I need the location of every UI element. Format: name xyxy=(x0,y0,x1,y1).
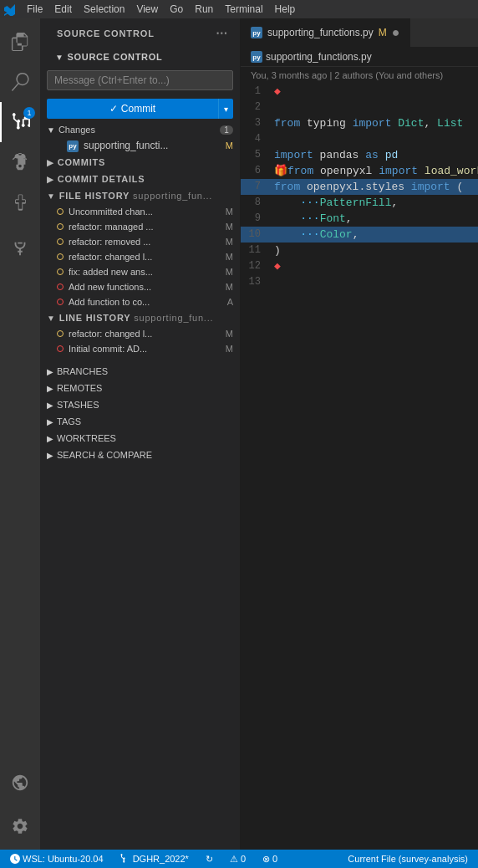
commit-dot-icon xyxy=(57,345,64,352)
commit-button[interactable]: ✓ Commit xyxy=(47,99,218,119)
commit-author: M xyxy=(226,344,233,354)
activity-debug[interactable] xyxy=(0,142,40,182)
file-history-chevron-icon: ▼ xyxy=(47,191,56,201)
line-content: ) xyxy=(274,243,478,258)
line-history-items-list: refactor: changed l... M Initial commit:… xyxy=(40,326,240,356)
menu-run[interactable]: Run xyxy=(190,0,218,18)
tab-file-icon: py xyxy=(251,27,262,38)
file-status: M xyxy=(226,140,233,151)
remotes-section[interactable]: ▶ REMOTES xyxy=(40,380,240,396)
commit-message-input[interactable] xyxy=(47,70,233,90)
commit-author: M xyxy=(226,222,233,232)
commit-dropdown-button[interactable]: ▾ xyxy=(218,99,233,119)
menu-edit[interactable]: Edit xyxy=(49,0,77,18)
commits-label: COMMITS xyxy=(58,157,105,167)
history-items-list: Uncommitted chan... M refactor: managed … xyxy=(40,204,240,309)
history-item[interactable]: fix: added new ans... M xyxy=(40,264,240,279)
changes-section[interactable]: ▼ Changes 1 xyxy=(40,122,240,137)
commit-message: fix: added new ans... xyxy=(69,267,222,277)
history-item[interactable]: refactor: removed ... M xyxy=(40,234,240,249)
file-name: supporting_functi... xyxy=(84,140,222,151)
line-number: 12 xyxy=(241,258,274,274)
line-history-filename: supporting_fun... xyxy=(134,313,213,323)
line-history-item[interactable]: Initial commit: AD... M xyxy=(40,341,240,356)
activity-bar: 1 xyxy=(0,18,40,850)
commit-details-label: COMMIT DETAILS xyxy=(58,174,145,184)
menu-go[interactable]: Go xyxy=(165,0,188,18)
history-item[interactable]: refactor: changed l... M xyxy=(40,249,240,264)
worktrees-section[interactable]: ▶ WORKTREES xyxy=(40,430,240,447)
commit-details-section[interactable]: ▶ COMMIT DETAILS xyxy=(40,171,240,187)
line-content: ···PatternFill, xyxy=(274,195,478,211)
line-number: 1 xyxy=(241,84,274,100)
checkmark-icon: ✓ xyxy=(109,103,118,115)
line-history-section[interactable]: ▼ LINE HISTORY supporting_fun... xyxy=(40,309,240,326)
worktrees-caret-icon: ▶ xyxy=(47,434,53,443)
line-number: 9 xyxy=(241,211,274,227)
commit-message: Initial commit: AD... xyxy=(69,344,222,354)
code-editor[interactable]: 1◆ 2 3from typing import Dict, List4 5im… xyxy=(241,84,478,850)
commits-section[interactable]: ▶ COMMITS xyxy=(40,154,240,171)
history-item[interactable]: Add new functions... M xyxy=(40,279,240,294)
sc-chevron-icon: ▼ xyxy=(55,53,64,62)
history-item[interactable]: Add function to co... A xyxy=(40,294,240,309)
activity-source-control[interactable]: 1 xyxy=(0,102,40,142)
activity-search[interactable] xyxy=(0,62,40,102)
git-decoration-icon: ◆ xyxy=(274,260,281,273)
history-item[interactable]: Uncommitted chan... M xyxy=(40,204,240,219)
branch-indicator[interactable]: DGHR_2022* xyxy=(117,850,192,868)
commit-author: M xyxy=(226,267,233,277)
line-content: ···Color, xyxy=(274,227,478,243)
menu-view[interactable]: View xyxy=(131,0,163,18)
stashes-caret-icon: ▶ xyxy=(47,401,53,410)
line-history-label: LINE HISTORY xyxy=(59,313,131,323)
menu-file[interactable]: File xyxy=(22,0,48,18)
warning-icon: ⚠ xyxy=(230,854,238,865)
line-content: import pandas as pd xyxy=(274,147,478,163)
sc-label: SOURCE CONTROL xyxy=(68,52,163,62)
tags-caret-icon: ▶ xyxy=(47,417,53,426)
history-item[interactable]: refactor: managed ... M xyxy=(40,219,240,234)
line-content xyxy=(274,131,478,147)
editor-tab[interactable]: py supporting_functions.py M ● xyxy=(241,18,410,47)
changes-chevron-icon: ▼ xyxy=(47,125,55,135)
line-content: from typing import Dict, List xyxy=(274,115,478,131)
current-file-indicator[interactable]: Current File (survey-analysis) xyxy=(344,850,471,868)
line-content: ···Font, xyxy=(274,211,478,227)
commit-dot-icon xyxy=(57,253,64,260)
menu-terminal[interactable]: Terminal xyxy=(220,0,267,18)
menu-selection[interactable]: Selection xyxy=(79,0,130,18)
bottom-sections: ▶ BRANCHES ▶ REMOTES ▶ STASHES ▶ TAGS ▶ xyxy=(40,363,240,463)
code-line: 11) xyxy=(241,243,478,258)
branches-section[interactable]: ▶ BRANCHES xyxy=(40,363,240,380)
activity-test[interactable] xyxy=(0,229,40,269)
activity-settings[interactable] xyxy=(0,806,40,846)
wsl-indicator[interactable]: WSL: Ubuntu-20.04 xyxy=(7,850,107,868)
remote-indicator-icon xyxy=(10,854,20,864)
line-number: 10 xyxy=(241,227,274,243)
tags-section[interactable]: ▶ TAGS xyxy=(40,413,240,430)
stashes-section[interactable]: ▶ STASHES xyxy=(40,396,240,413)
more-options-icon[interactable]: ⋯ xyxy=(214,25,230,42)
activity-extensions[interactable] xyxy=(0,182,40,222)
errors-indicator[interactable]: ⊗ 0 xyxy=(259,850,281,868)
code-line: 10 ···Color, xyxy=(241,227,478,243)
file-history-section[interactable]: ▼ FILE HISTORY supporting_fun... xyxy=(40,187,240,204)
sync-indicator[interactable]: ↻ xyxy=(202,850,216,868)
activity-explorer[interactable] xyxy=(0,22,40,62)
commit-details-chevron-icon: ▶ xyxy=(47,175,54,184)
search-compare-section[interactable]: ▶ SEARCH & COMPARE xyxy=(40,447,240,463)
activity-remote[interactable] xyxy=(0,763,40,803)
menu-help[interactable]: Help xyxy=(270,0,301,18)
changed-file-item[interactable]: py supporting_functi... M xyxy=(40,137,240,154)
source-control-section[interactable]: ▼ SOURCE CONTROL xyxy=(40,49,240,65)
wsl-label: WSL: Ubuntu-20.04 xyxy=(23,854,104,864)
message-area xyxy=(40,65,240,95)
changes-count: 1 xyxy=(220,125,233,135)
line-number: 4 xyxy=(241,131,274,147)
current-file-label: Current File (survey-analysis) xyxy=(348,854,468,864)
commit-author: M xyxy=(226,237,233,247)
line-history-item[interactable]: refactor: changed l... M xyxy=(40,326,240,341)
git-decoration-icon: ◆ xyxy=(274,85,281,98)
warnings-indicator[interactable]: ⚠ 0 xyxy=(226,850,249,868)
